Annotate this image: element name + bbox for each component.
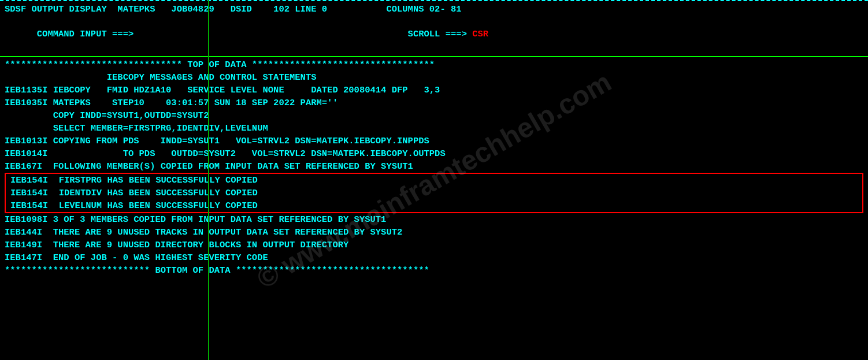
line-ieb147: IEB147I END OF JOB - 0 WAS HIGHEST SEVER… [5,251,863,264]
header-line1: SDSF OUTPUT DISPLAY MATEPKS JOB04829 DSI… [5,3,863,16]
separator-line [0,56,868,57]
terminal-screen: © www.mainframtechhelp.com SDSF OUTPUT D… [0,0,868,360]
line-ieb1014: IEB1014I TO PDS OUTDD=SYSUT2 VOL=STRVL2 … [5,147,863,160]
line-ieb1098: IEB1098I 3 OF 3 MEMBERS COPIED FROM INPU… [5,213,863,226]
red-box-group: IEB154I FIRSTPRG HAS BEEN SUCCESSFULLY C… [5,173,863,213]
content-wrapper: ********************************* TOP OF… [0,58,868,277]
iebcopy-header-line: IEBCOPY MESSAGES AND CONTROL STATEMENTS [5,71,863,84]
top-of-data-line: ********************************* TOP OF… [5,58,863,71]
line-ieb149: IEB149I THERE ARE 9 UNUSED DIRECTORY BLO… [5,239,863,251]
line-ieb167: IEB167I FOLLOWING MEMBER(S) COPIED FROM … [5,160,863,173]
red-box-line-3: IEB154I LEVELNUM HAS BEEN SUCCESSFULLY C… [6,199,862,212]
red-box-line-1: IEB154I FIRSTPRG HAS BEEN SUCCESSFULLY C… [6,174,862,187]
scroll-csr-value: CSR [472,29,488,39]
red-box-line-2: IEB154I IDENTDIV HAS BEEN SUCCESSFULLY C… [6,187,862,199]
line-ieb144: IEB144I THERE ARE 9 UNUSED TRACKS IN OUT… [5,226,863,239]
line-ieb1013: IEB1013I COPYING FROM PDS INDD=SYSUT1 VO… [5,135,863,147]
content-area: ********************************* TOP OF… [0,58,868,277]
header-area: SDSF OUTPUT DISPLAY MATEPKS JOB04829 DSI… [0,1,868,55]
line-select-member: SELECT MEMBER=FIRSTPRG,IDENTDIV,LEVELNUM [5,122,863,135]
line-ieb1135: IEB1135I IEBCOPY FMID HDZ1A10 SERVICE LE… [5,84,863,97]
line-ieb1035: IEB1035I MATEPKS STEP10 03:01:57 SUN 18 … [5,97,863,109]
line-copy-indd: COPY INDD=SYSUT1,OUTDD=SYSUT2 [5,109,863,122]
header-line2: COMMAND INPUT ===> SCROLL ===> CSR [5,16,863,54]
bottom-of-data-line: *************************** BOTTOM OF DA… [5,264,863,277]
command-input-label: COMMAND INPUT ===> SCROLL ===> [37,29,472,39]
